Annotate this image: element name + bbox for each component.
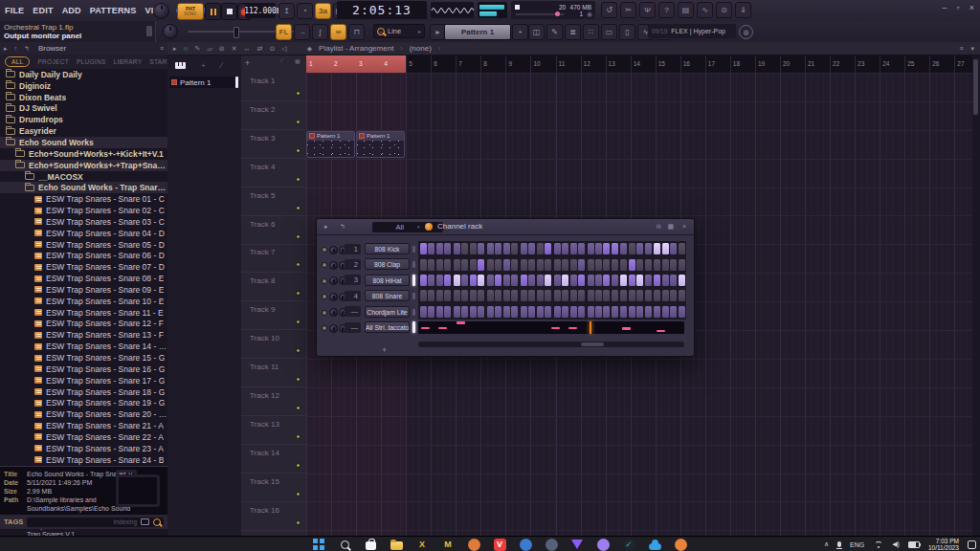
tree-item[interactable]: ESW Trap Snares - Snare 21 - A — [0, 420, 167, 431]
step-cell[interactable] — [603, 306, 610, 318]
step-cell[interactable] — [537, 275, 544, 286]
menu-edit[interactable]: EDIT — [33, 6, 53, 15]
step-cell[interactable] — [537, 290, 544, 301]
channel-button[interactable]: Chordjam Lite — [365, 306, 410, 318]
step-cell[interactable] — [612, 290, 618, 301]
track-led-icon[interactable] — [296, 520, 301, 525]
step-cell[interactable] — [620, 243, 627, 254]
step-cell[interactable] — [545, 243, 551, 254]
step-cell[interactable] — [511, 243, 518, 254]
step-cell[interactable] — [444, 275, 451, 286]
step-cell[interactable] — [654, 259, 660, 271]
tree-item[interactable]: ESW Trap Snares - Snare 18 - G — [0, 386, 167, 398]
pan-knob[interactable] — [329, 293, 338, 301]
up-icon[interactable]: ↑ — [14, 45, 18, 52]
step-cell[interactable] — [511, 259, 518, 271]
track-led-icon[interactable] — [296, 348, 301, 353]
rack-hscroll-thumb[interactable] — [581, 342, 604, 346]
step-cell[interactable] — [503, 290, 510, 301]
mute-col-icon[interactable]: ∕ — [281, 57, 282, 63]
mixer-icon[interactable]: ∷ — [583, 24, 599, 40]
channel-button[interactable]: 808 Kick — [365, 243, 410, 254]
tags-input[interactable]: Indexing — [27, 518, 164, 527]
tree-item[interactable]: ESW Trap Snares - Snare 11 - E — [0, 307, 167, 319]
tree-item[interactable]: ESW Trap Snares - Snare 22 - A — [0, 431, 167, 443]
arrangement-name[interactable]: (none) — [410, 44, 432, 53]
step-cell[interactable] — [454, 306, 460, 318]
tree-item[interactable]: ESW Trap Snares - Snare 12 - F — [0, 319, 167, 330]
track-led-icon[interactable] — [296, 91, 301, 96]
track-led-icon[interactable] — [296, 463, 301, 468]
ruler-bar[interactable]: 12 — [584, 60, 590, 67]
step-cell[interactable] — [645, 306, 652, 318]
step-cell[interactable] — [478, 275, 484, 286]
track-led-icon[interactable] — [296, 434, 301, 439]
playback-icon[interactable]: ◁ — [281, 45, 286, 53]
sync-icon[interactable]: ↺ — [601, 2, 617, 18]
step-cell[interactable] — [436, 243, 443, 254]
tree-item[interactable]: __MACOSX — [0, 171, 167, 183]
ruler-bar[interactable]: 27 — [957, 60, 964, 67]
track-header[interactable]: Track 2 — [241, 101, 306, 130]
tree-item[interactable]: ESW Trap Snares - Snare 10 - E — [0, 296, 167, 307]
step-cell[interactable] — [461, 243, 468, 254]
step-cell[interactable] — [503, 306, 510, 318]
step-cell[interactable] — [444, 259, 451, 271]
timeline-ruler[interactable]: 1234567891011121314151617181920212223242… — [306, 55, 972, 74]
step-cell[interactable] — [511, 290, 518, 301]
ruler-bar[interactable]: 7 — [458, 60, 462, 67]
track-header[interactable]: Track 14 — [241, 445, 306, 474]
step-cell[interactable] — [629, 243, 635, 254]
chat-icon[interactable]: ⊙ — [716, 2, 732, 18]
step-cell[interactable] — [528, 259, 535, 271]
channel-number[interactable]: — — [345, 306, 361, 317]
channel-button[interactable]: All Stri..taccato — [365, 321, 410, 333]
step-cell[interactable] — [470, 290, 477, 301]
step-cell[interactable] — [528, 275, 535, 286]
tree-item[interactable]: Dixon Beats — [0, 92, 167, 103]
folder-icon[interactable] — [141, 518, 149, 525]
maximize-button[interactable]: ▫ — [957, 3, 960, 12]
globe-icon[interactable]: ◍ — [739, 25, 753, 39]
step-cell[interactable] — [636, 243, 643, 254]
channel-led-icon[interactable] — [322, 247, 327, 253]
step-cell[interactable] — [679, 243, 685, 254]
ruler-bar[interactable]: 1 — [309, 60, 313, 67]
browser-menu-icon[interactable]: ≡ — [160, 45, 164, 52]
typing-piano-icon[interactable]: ⊓ — [348, 24, 365, 40]
track-led-icon[interactable] — [296, 234, 301, 239]
pan-knob[interactable] — [329, 261, 338, 270]
help-icon[interactable]: ? — [658, 2, 675, 18]
channel-led-icon[interactable] — [322, 310, 327, 316]
ruler-bar[interactable]: 10 — [533, 60, 540, 67]
layout-icon[interactable]: ▦ — [667, 223, 674, 231]
step-cell[interactable] — [620, 259, 627, 271]
step-cell[interactable] — [521, 243, 527, 254]
step-cell[interactable] — [495, 243, 501, 254]
tray-chevron-icon[interactable]: ∧ — [824, 540, 829, 548]
track-header[interactable]: Track 10 — [241, 330, 306, 359]
step-cell[interactable] — [645, 259, 652, 271]
taskbar-app-app-monkey[interactable] — [467, 538, 480, 551]
step-cell[interactable] — [461, 306, 468, 318]
step-cell[interactable] — [662, 259, 669, 271]
step-cell[interactable] — [537, 306, 544, 318]
ruler-bar[interactable]: 14 — [634, 60, 640, 67]
pan-knob[interactable] — [329, 246, 338, 254]
step-cell[interactable] — [495, 306, 501, 318]
piano-roll-preview[interactable] — [418, 321, 684, 335]
ruler-bar[interactable]: 22 — [833, 60, 839, 67]
track-led-icon[interactable] — [296, 492, 301, 496]
typing-keyboard-icon[interactable]: 3a — [315, 3, 331, 19]
step-cell[interactable] — [461, 290, 468, 301]
step-cell[interactable] — [495, 259, 501, 271]
step-cell[interactable] — [654, 290, 660, 301]
swap-icon[interactable]: ⇄ — [257, 45, 263, 53]
step-cell[interactable] — [578, 243, 585, 254]
tree-item[interactable]: Echo Sound Works - Trap Snares V.1 — [0, 182, 167, 193]
step-cell[interactable] — [670, 275, 677, 286]
step-cell[interactable] — [487, 259, 494, 271]
ruler-bar[interactable]: 20 — [783, 60, 790, 67]
taskbar-app-triangle[interactable] — [570, 538, 584, 551]
play-sample-icon[interactable]: ▸ — [4, 45, 8, 53]
